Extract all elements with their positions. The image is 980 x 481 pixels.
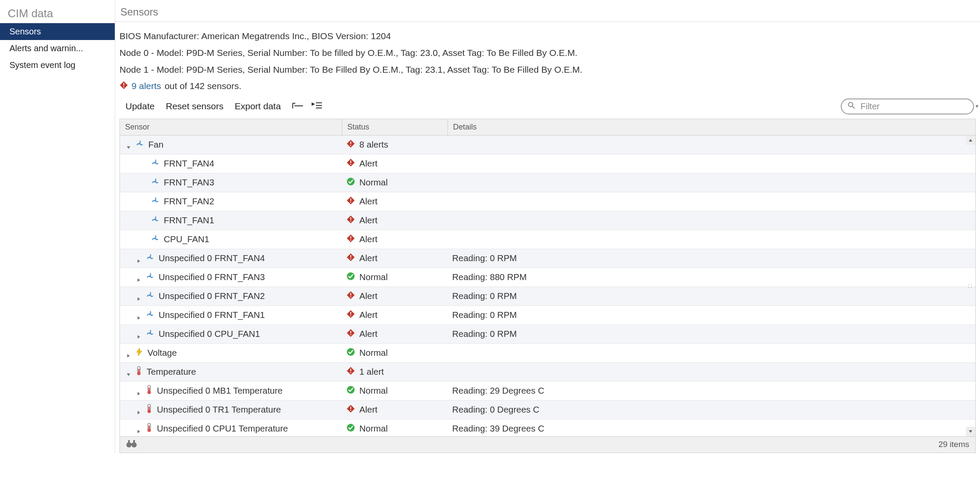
expander-placeholder xyxy=(141,180,147,185)
col-header-status[interactable]: Status xyxy=(342,119,448,135)
expand-icon[interactable] xyxy=(292,101,304,111)
table-row[interactable]: Fan8 alerts xyxy=(120,136,975,154)
details-text: Reading: 39 Degrees C xyxy=(448,419,975,436)
status-text: 8 alerts xyxy=(359,139,388,150)
details-text xyxy=(448,192,975,211)
svg-rect-53 xyxy=(350,312,351,314)
svg-marker-63 xyxy=(127,373,130,376)
sensor-name: Unspecified 0 MB1 Temperature xyxy=(157,385,282,396)
scroll-up-icon[interactable] xyxy=(966,136,975,145)
svg-marker-37 xyxy=(138,259,140,263)
sidebar-item-alerts-and-warnin[interactable]: Alerts and warnin... xyxy=(0,40,115,57)
svg-rect-58 xyxy=(350,331,351,333)
expander-icon[interactable] xyxy=(136,293,141,299)
svg-rect-27 xyxy=(350,198,351,201)
col-header-sensor[interactable]: Sensor xyxy=(120,119,342,135)
svg-rect-41 xyxy=(350,259,351,259)
details-text: Reading: 0 RPM xyxy=(448,249,975,268)
status-text: Alert xyxy=(359,234,377,244)
expander-icon[interactable] xyxy=(136,426,141,431)
status-alert-icon xyxy=(346,215,355,226)
svg-rect-32 xyxy=(350,221,351,222)
export-data-button[interactable]: Export data xyxy=(235,101,281,111)
sensor-name: Unspecified 0 CPU1 Temperature xyxy=(157,423,288,434)
svg-marker-61 xyxy=(137,348,142,356)
svg-marker-82 xyxy=(138,430,140,433)
fan-icon xyxy=(151,196,159,207)
expander-icon[interactable] xyxy=(136,388,141,393)
table-row[interactable]: Unspecified 0 CPU_FAN1AlertReading: 0 RP… xyxy=(120,325,975,344)
collapse-icon[interactable] xyxy=(311,101,323,112)
update-button[interactable]: Update xyxy=(126,101,155,111)
status-alert-icon xyxy=(346,310,355,321)
svg-rect-59 xyxy=(350,334,351,335)
details-text xyxy=(448,363,975,381)
svg-rect-2 xyxy=(123,86,124,87)
sensor-name: CPU_FAN1 xyxy=(164,234,209,244)
status-text: Alert xyxy=(359,158,377,169)
svg-rect-90 xyxy=(128,440,130,443)
filter-dropdown-icon[interactable]: ▼ xyxy=(974,103,980,109)
table-row[interactable]: Unspecified 0 FRNT_FAN2AlertReading: 0 R… xyxy=(120,287,975,306)
fan-icon xyxy=(151,215,159,226)
svg-rect-1 xyxy=(123,83,124,86)
table-row[interactable]: Unspecified 0 FRNT_FAN3NormalReading: 88… xyxy=(120,268,975,287)
sidebar-item-system-event-log[interactable]: System event log xyxy=(0,57,115,74)
sensor-name: Voltage xyxy=(147,348,177,358)
sensor-name: Fan xyxy=(148,139,163,150)
table-row[interactable]: FRNT_FAN2Alert xyxy=(120,192,975,211)
table-row[interactable]: CPU_FAN1Alert xyxy=(120,230,975,249)
filter-box[interactable]: ▼ xyxy=(841,99,974,114)
expander-icon[interactable] xyxy=(136,274,141,280)
drag-handle-icon[interactable]: :: xyxy=(966,281,975,290)
status-alert-icon xyxy=(346,196,355,207)
col-header-details[interactable]: Details xyxy=(448,119,975,135)
svg-rect-18 xyxy=(350,145,351,146)
table-row[interactable]: Temperature1 alert xyxy=(120,363,975,382)
sensor-name: Unspecified 0 FRNT_FAN4 xyxy=(159,253,265,263)
filter-input[interactable] xyxy=(860,101,970,112)
svg-rect-66 xyxy=(138,369,140,373)
table-row[interactable]: FRNT_FAN1Alert xyxy=(120,211,975,230)
expander-placeholder xyxy=(141,237,147,242)
sensor-name: Unspecified 0 TR1 Temperature xyxy=(157,404,281,415)
status-bar: 29 items xyxy=(119,437,976,453)
table-row[interactable]: FRNT_FAN4Alert xyxy=(120,154,975,173)
status-text: Alert xyxy=(359,291,377,301)
table-row[interactable]: Unspecified 0 CPU1 TemperatureNormalRead… xyxy=(120,419,975,436)
expander-icon[interactable] xyxy=(126,369,131,374)
table-row[interactable]: Unspecified 0 TR1 TemperatureAlertReadin… xyxy=(120,401,975,419)
sensor-name: Unspecified 0 CPU_FAN1 xyxy=(159,329,260,339)
table-row[interactable]: VoltageNormal xyxy=(120,344,975,363)
svg-marker-45 xyxy=(138,297,140,301)
details-text xyxy=(448,154,975,173)
expander-icon[interactable] xyxy=(126,350,131,355)
status-alert-icon xyxy=(346,329,355,339)
scroll-down-icon[interactable] xyxy=(966,427,975,436)
temp-icon xyxy=(146,385,153,397)
status-alert-icon xyxy=(346,404,355,415)
expander-icon[interactable] xyxy=(136,312,141,318)
bios-line: BIOS Manufacturer: American Megatrends I… xyxy=(119,28,976,45)
temp-icon xyxy=(146,404,153,416)
table-row[interactable]: Unspecified 0 FRNT_FAN1AlertReading: 0 R… xyxy=(120,306,975,325)
table-row[interactable]: FRNT_FAN3Normal xyxy=(120,173,975,192)
expander-icon[interactable] xyxy=(136,407,141,412)
alerts-link[interactable]: 9 alerts xyxy=(132,81,161,91)
sensor-name: Unspecified 0 FRNT_FAN2 xyxy=(159,291,265,301)
svg-rect-40 xyxy=(350,255,351,258)
table-row[interactable]: Unspecified 0 FRNT_FAN4AlertReading: 0 R… xyxy=(120,249,975,268)
table-row[interactable]: Unspecified 0 MB1 TemperatureNormalReadi… xyxy=(120,382,975,401)
status-alert-icon xyxy=(346,234,355,245)
fan-icon xyxy=(151,234,159,245)
status-text: Alert xyxy=(359,215,377,225)
svg-marker-13 xyxy=(969,430,972,433)
sensor-name: Unspecified 0 FRNT_FAN1 xyxy=(159,310,265,320)
expander-icon[interactable] xyxy=(136,256,141,261)
main-content: Sensors BIOS Manufacturer: American Mega… xyxy=(115,0,980,453)
expander-icon[interactable] xyxy=(126,142,131,147)
binoculars-icon[interactable] xyxy=(126,439,137,450)
expander-icon[interactable] xyxy=(136,331,141,336)
sidebar-item-sensors[interactable]: Sensors xyxy=(0,23,115,40)
reset-sensors-button[interactable]: Reset sensors xyxy=(166,101,224,111)
